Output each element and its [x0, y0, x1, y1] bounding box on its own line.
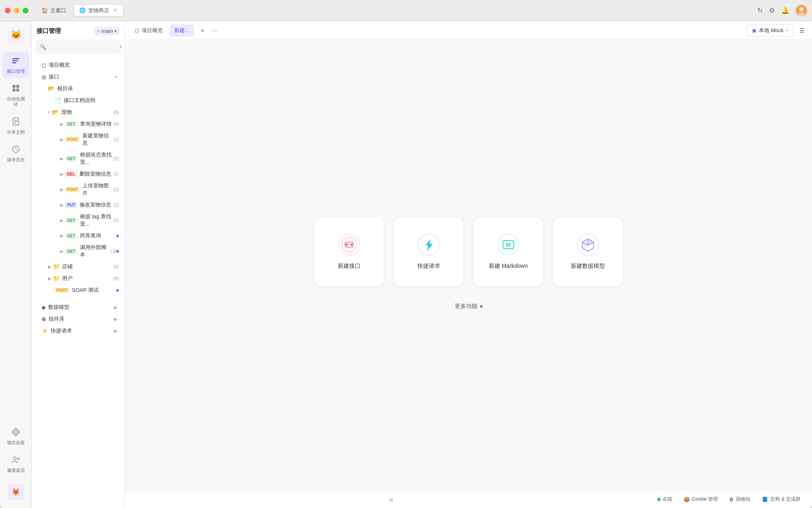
- svg-rect-11: [16, 89, 19, 91]
- interface-icon: ◎: [41, 74, 46, 80]
- tree-pet-item-5[interactable]: ▶ PUT 修改宠物信息 (2): [33, 199, 123, 211]
- method-badge-del: DEL: [65, 172, 77, 177]
- sidebar-item-docs[interactable]: 分享文档: [2, 113, 29, 139]
- search-input[interactable]: [49, 44, 117, 50]
- tab-new[interactable]: 新建...: [169, 24, 194, 37]
- add-tab-button[interactable]: +: [197, 25, 208, 36]
- tree-pets[interactable]: ▾ 📂 宠物 (9): [33, 106, 123, 118]
- svg-rect-9: [16, 85, 19, 88]
- svg-rect-15: [14, 123, 16, 124]
- card-markdown[interactable]: M 新建 Markdown: [473, 217, 543, 287]
- apifox-logo: 🦊: [8, 484, 24, 500]
- overview-icon: ◻: [41, 62, 46, 68]
- main-area: 🐱 接口管理: [0, 21, 812, 508]
- app-logo: 🐱: [7, 26, 25, 44]
- tree-pet-item-4[interactable]: ▶ POST 上传宠物图片 (1): [33, 180, 123, 199]
- recycle-bin[interactable]: 🗑 回收站: [724, 494, 756, 504]
- maximize-button[interactable]: [23, 8, 28, 13]
- tree-pet-item-1[interactable]: ▶ POST 新建宠物信息 (1): [33, 130, 123, 149]
- method-badge-get: GET: [65, 233, 78, 239]
- sidebar-item-invite-label: 邀请成员: [7, 468, 25, 473]
- chevron-right-icon: ▶: [60, 202, 63, 208]
- titlebar-actions: ↻ ⚙ 🔔: [757, 5, 807, 16]
- card-data-model[interactable]: 新建数据模型: [553, 217, 623, 287]
- svg-marker-35: [588, 239, 594, 245]
- avatar[interactable]: [796, 5, 807, 16]
- more-features-button[interactable]: 更多功能 ▾: [448, 300, 489, 313]
- sidebar-item-history[interactable]: 请求历史: [2, 141, 29, 167]
- online-status[interactable]: 在线: [652, 494, 677, 504]
- tree-users[interactable]: ▶ 📁 用户 (8): [33, 273, 123, 284]
- cookie-manager[interactable]: 🍪 Cookie 管理: [679, 494, 723, 504]
- tree-overview[interactable]: ◻ 项目概览: [33, 59, 123, 71]
- folder-icon: 📂: [48, 85, 55, 92]
- chevron-down-icon: ▾: [480, 303, 483, 310]
- tree-quick-request[interactable]: ⚡ 快捷请求 ▶: [33, 325, 123, 336]
- tab-close-button[interactable]: ✕: [112, 7, 118, 14]
- tree-pet-item-2[interactable]: ▶ GET 根据状态查找宠... (2): [33, 149, 123, 168]
- overview-tab-icon: ◻: [135, 27, 139, 33]
- mock-icon: ▣: [752, 28, 756, 33]
- sidebar-item-settings-label: 项目设置: [7, 440, 25, 445]
- collapse-sidebar-button[interactable]: ◁: [384, 495, 397, 504]
- tree-pet-item-0[interactable]: ▶ GET 查询宠物详情 (4): [33, 118, 123, 130]
- chevron-right-icon: ▶: [60, 156, 63, 161]
- sidebar-item-history-label: 请求历史: [7, 157, 25, 163]
- sidebar-item-settings[interactable]: 项目设置: [2, 423, 29, 449]
- card-new-api[interactable]: 新建接口: [314, 217, 384, 287]
- dot-badge: [116, 250, 119, 253]
- refresh-icon[interactable]: ↻: [757, 7, 762, 14]
- tree-doc[interactable]: 📄 接口文档说明: [33, 95, 123, 106]
- sidebar-item-api[interactable]: 接口管理: [2, 52, 29, 78]
- invite-icon: [11, 455, 20, 466]
- method-badge-get: GET: [65, 122, 78, 127]
- svg-rect-7: [12, 62, 16, 63]
- tree-pet-item-6[interactable]: ▶ GET 根据 tag 查找宠... (1): [33, 211, 123, 230]
- tree-pet-item-8[interactable]: ▶ GET 调用外部脚本 (1): [33, 242, 123, 261]
- docs-community[interactable]: 📘 文档 & 交流群: [757, 494, 806, 504]
- tab-pet-shop[interactable]: 🌐 宠物商店 ✕: [74, 5, 123, 16]
- branch-selector[interactable]: ⑂ main ▾: [94, 27, 120, 35]
- svg-rect-8: [13, 85, 15, 88]
- filter-button[interactable]: ≡: [119, 41, 122, 52]
- chevron-down-icon: ▾: [48, 110, 50, 115]
- notifications-icon[interactable]: 🔔: [781, 7, 789, 14]
- chevron-right-icon: ▶: [114, 328, 117, 334]
- close-button[interactable]: [5, 8, 11, 13]
- tree-interface[interactable]: ◎ 接口 ▾: [33, 71, 123, 82]
- titlebar: 🏠 主窗口 🌐 宠物商店 ✕ ↻ ⚙ 🔔: [0, 0, 812, 21]
- tab-home[interactable]: 🏠 主窗口: [37, 5, 71, 16]
- tree-pet-item-3[interactable]: ▶ DEL 删除宠物信息 (1): [33, 168, 123, 180]
- sidebar-item-invite[interactable]: 邀请成员: [2, 451, 29, 477]
- tree-stores[interactable]: ▶ 📁 店铺 (4): [33, 261, 123, 272]
- tab-overview[interactable]: ◻ 项目概览: [130, 24, 168, 37]
- tree-components[interactable]: ⊕ 组件库 ▶: [33, 313, 123, 325]
- globe-icon: 🌐: [79, 7, 86, 13]
- search-icon: 🔍: [40, 44, 46, 50]
- method-badge-get: GET: [65, 249, 78, 254]
- docs-community-icon: 📘: [762, 497, 768, 502]
- chevron-right-icon: ▶: [60, 233, 63, 239]
- sidebar-item-api-label: 接口管理: [7, 69, 25, 74]
- content-area: ◻ 项目概览 新建... + ··· ▣ 本地 Mock ▾ ☰: [125, 21, 812, 508]
- card-quick-request[interactable]: 快捷请求: [394, 217, 464, 287]
- menu-button[interactable]: ☰: [797, 25, 807, 36]
- traffic-lights: [5, 8, 28, 13]
- more-tabs-button[interactable]: ···: [209, 25, 220, 36]
- cookie-icon: 🍪: [684, 497, 690, 502]
- mock-selector[interactable]: ▣ 本地 Mock ▾: [747, 24, 793, 37]
- sidebar-item-auto-test[interactable]: 自动化测试: [2, 80, 29, 111]
- settings-icon[interactable]: ⚙: [769, 7, 775, 14]
- chevron-right-icon: ▶: [60, 218, 63, 223]
- minimize-button[interactable]: [14, 8, 19, 13]
- collapse-icon: ◁: [389, 497, 392, 502]
- tree-data-model[interactable]: ◈ 数据模型 ▶: [33, 302, 123, 313]
- tree-pet-item-7[interactable]: ▶ GET 跨库查询: [33, 230, 123, 241]
- online-dot: [657, 498, 661, 501]
- tree-root-dir[interactable]: 📂 根目录: [33, 83, 123, 94]
- tree-soap[interactable]: POST SOAP 测试: [33, 284, 123, 296]
- home-icon: 🏠: [41, 7, 48, 13]
- chevron-right-icon: ▶: [114, 305, 117, 310]
- api-icon: [11, 56, 20, 67]
- method-badge-post: POST: [65, 137, 80, 142]
